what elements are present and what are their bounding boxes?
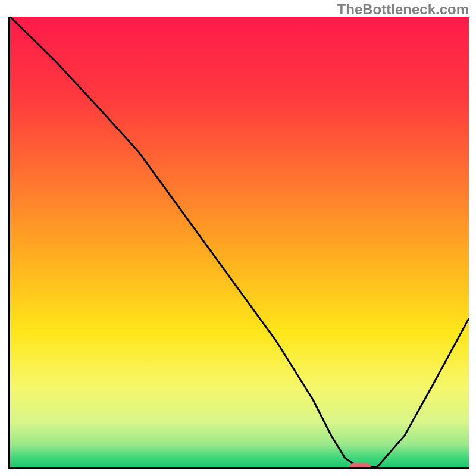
optimal-marker <box>349 463 371 469</box>
watermark-text: TheBottleneck.com <box>337 1 469 18</box>
plot-area <box>8 17 469 469</box>
bottleneck-curve <box>10 17 469 467</box>
chart-container: TheBottleneck.com <box>0 0 476 476</box>
